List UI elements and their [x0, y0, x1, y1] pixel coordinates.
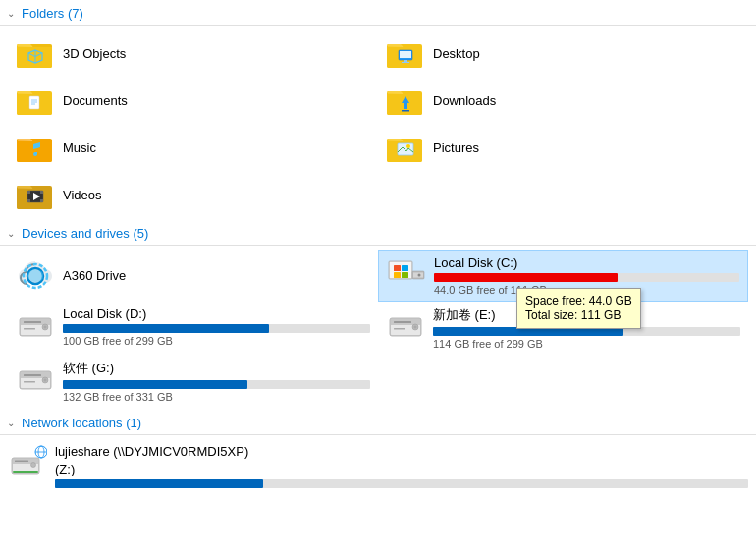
- network-section-title: Network locations (1): [22, 416, 141, 430]
- folder-videos-label: Videos: [63, 188, 102, 202]
- folder-item-pictures[interactable]: Pictures: [378, 124, 748, 171]
- folder-downloads-icon: [386, 83, 425, 118]
- local-d-name: Local Disk (D:): [63, 307, 370, 321]
- svg-point-39: [418, 274, 421, 277]
- network-chevron-icon: ⌄: [4, 417, 18, 430]
- a360-label: A360 Drive: [63, 268, 126, 283]
- local-c-name: Local Disk (C:): [434, 255, 739, 270]
- soft-g-info: 软件 (G:) 132 GB free of 331 GB: [63, 360, 370, 403]
- svg-rect-26: [40, 191, 43, 194]
- local-d-info: Local Disk (D:) 100 GB free of 299 GB: [63, 307, 370, 347]
- local-d-space: 100 GB free of 299 GB: [63, 335, 370, 347]
- svg-rect-46: [24, 328, 35, 330]
- folder-item-music[interactable]: Music: [8, 124, 378, 171]
- svg-rect-53: [394, 328, 405, 330]
- lujieshare-name-line1: lujieshare (\\DYJMICV0RMDI5XP): [55, 444, 748, 459]
- local-c-progress-bg: [434, 273, 739, 282]
- drives-grid-row2: Local Disk (D:) 100 GB free of 299 GB: [0, 302, 756, 355]
- folders-grid: 3D Objects Desktop: [0, 29, 756, 218]
- folder-item-3d-objects[interactable]: 3D Objects: [8, 29, 378, 77]
- svg-rect-27: [27, 199, 30, 202]
- folder-item-downloads[interactable]: Downloads: [378, 77, 748, 124]
- folder-music-icon: [16, 130, 55, 165]
- devices-section-header[interactable]: ⌄ Devices and drives (5): [0, 220, 756, 246]
- network-section-header[interactable]: ⌄ Network locations (1): [0, 410, 756, 435]
- lujieshare-progress-bg: [55, 479, 748, 488]
- new-vol-space: 114 GB free of 299 GB: [433, 338, 740, 350]
- svg-rect-35: [394, 272, 401, 278]
- svg-rect-59: [24, 374, 41, 376]
- new-vol-icon: [386, 307, 425, 346]
- folder-3d-objects-label: 3D Objects: [63, 46, 126, 61]
- svg-rect-18: [402, 110, 409, 112]
- network-drive-icon: [8, 444, 47, 483]
- soft-g-icon: [16, 360, 55, 399]
- network-section: ⌄ Network locations (1): [0, 410, 756, 495]
- local-d-progress-fill: [63, 324, 269, 333]
- devices-chevron-icon: ⌄: [4, 227, 18, 241]
- devices-section-title: Devices and drives (5): [22, 226, 148, 241]
- folder-item-videos[interactable]: Videos: [8, 171, 378, 218]
- svg-rect-36: [402, 272, 408, 278]
- svg-point-58: [44, 379, 47, 382]
- folder-documents-label: Documents: [63, 93, 128, 108]
- drive-local-d[interactable]: Local Disk (D:) 100 GB free of 299 GB: [8, 302, 378, 355]
- folders-section-header[interactable]: ⌄ Folders (7): [0, 0, 756, 26]
- folders-chevron-icon: ⌄: [4, 7, 18, 21]
- folder-music-label: Music: [63, 140, 96, 155]
- tooltip-space-free-val: 44.0 GB: [589, 294, 632, 308]
- svg-rect-45: [24, 321, 41, 323]
- lujieshare-name-line2: (Z:): [55, 462, 748, 476]
- tooltip-space-free-label: Space free:: [525, 294, 585, 308]
- folder-pictures-icon: [386, 130, 425, 165]
- lujieshare-info: lujieshare (\\DYJMICV0RMDI5XP) (Z:): [55, 444, 748, 490]
- drives-grid-row3: 软件 (G:) 132 GB free of 331 GB: [0, 355, 756, 408]
- tooltip-total-label: Total size:: [525, 308, 577, 322]
- svg-rect-60: [24, 381, 35, 383]
- folders-section-title: Folders (7): [22, 6, 83, 21]
- folder-desktop-label: Desktop: [433, 46, 480, 61]
- svg-rect-10: [400, 51, 411, 58]
- svg-point-64: [31, 463, 36, 468]
- drive-soft-g[interactable]: 软件 (G:) 132 GB free of 331 GB: [8, 355, 378, 408]
- lujieshare-progress-fill: [55, 479, 263, 488]
- folder-item-desktop[interactable]: Desktop: [378, 29, 748, 77]
- network-lujieshare[interactable]: lujieshare (\\DYJMICV0RMDI5XP) (Z:): [0, 439, 756, 495]
- local-c-progress-fill: [434, 273, 618, 282]
- svg-rect-8: [404, 60, 407, 62]
- svg-rect-65: [15, 461, 28, 463]
- folder-3d-icon: [16, 35, 55, 71]
- tooltip-space-free: Space free: 44.0 GB: [525, 294, 632, 308]
- folder-videos-icon: [16, 177, 55, 212]
- soft-g-progress-fill: [63, 380, 247, 389]
- svg-point-51: [414, 326, 417, 329]
- soft-g-space: 132 GB free of 331 GB: [63, 391, 370, 403]
- drive-a360[interactable]: A360 Drive: [8, 250, 378, 302]
- svg-point-44: [44, 326, 47, 329]
- svg-rect-28: [40, 199, 43, 202]
- svg-rect-33: [394, 265, 401, 271]
- drive-local-c[interactable]: Local Disk (C:) 44.0 GB free of 111 GB S…: [378, 250, 748, 302]
- devices-section: ⌄ Devices and drives (5) A360 Drive: [0, 220, 756, 408]
- svg-rect-34: [402, 265, 408, 271]
- a360-drive-icon: [16, 256, 55, 296]
- tooltip-total-size: Total size: 111 GB: [525, 308, 632, 322]
- local-d-icon: [16, 307, 55, 346]
- folder-desktop-icon: [386, 35, 425, 71]
- svg-rect-9: [402, 62, 409, 63]
- svg-rect-52: [394, 321, 411, 323]
- soft-g-progress-bg: [63, 380, 370, 389]
- drives-grid-row1: A360 Drive: [0, 250, 756, 302]
- svg-point-22: [406, 144, 410, 148]
- folder-item-documents[interactable]: Documents: [8, 77, 378, 124]
- local-c-icon: [387, 255, 426, 295]
- svg-rect-25: [27, 191, 30, 194]
- tooltip-total-val: 111 GB: [581, 308, 621, 322]
- folder-documents-icon: [16, 83, 55, 118]
- folders-section: ⌄ Folders (7): [0, 0, 756, 218]
- local-d-progress-bg: [63, 324, 370, 333]
- folder-pictures-label: Pictures: [433, 140, 479, 155]
- local-c-tooltip: Space free: 44.0 GB Total size: 111 GB: [516, 288, 641, 329]
- svg-rect-66: [13, 471, 38, 473]
- folder-downloads-label: Downloads: [433, 93, 496, 108]
